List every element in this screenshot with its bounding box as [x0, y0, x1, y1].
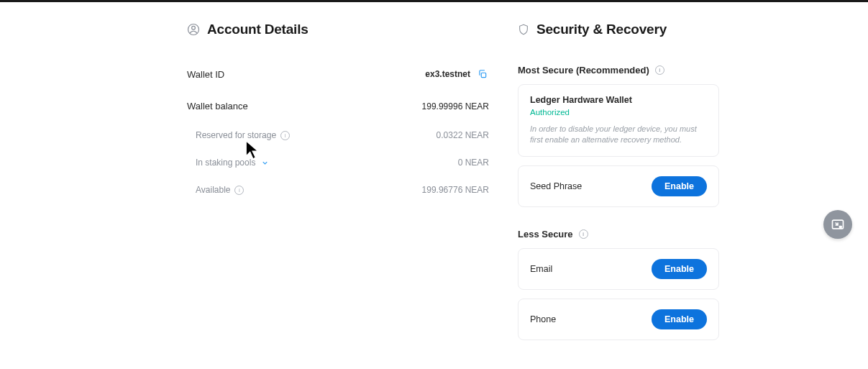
svg-rect-4 — [839, 226, 842, 228]
phone-label: Phone — [530, 314, 556, 324]
copy-wallet-id-button[interactable] — [476, 68, 489, 81]
info-icon[interactable]: i — [234, 186, 244, 195]
ledger-note: In order to disable your ledger device, … — [530, 124, 707, 146]
reserved-storage-label: Reserved for storage i — [196, 130, 290, 140]
enable-seed-phrase-button[interactable]: Enable — [652, 176, 707, 196]
seed-phrase-card: Seed Phrase Enable — [518, 165, 719, 207]
available-value: 199.96776 NEAR — [422, 185, 489, 195]
wallet-id-label: Wallet ID — [187, 69, 224, 80]
shield-icon — [518, 23, 529, 36]
wallet-id-text: ex3.testnet — [425, 69, 470, 79]
svg-rect-2 — [481, 73, 485, 77]
account-title: Account Details — [207, 22, 309, 37]
pip-icon — [831, 217, 845, 232]
info-icon[interactable]: i — [280, 131, 290, 140]
main-content: Account Details Wallet ID ex3.testnet Wa… — [0, 0, 868, 349]
wallet-balance-value: 199.99996 NEAR — [422, 101, 489, 111]
enable-phone-button[interactable]: Enable — [652, 309, 707, 329]
svg-point-1 — [192, 26, 196, 29]
ledger-card: Ledger Hardware Wallet Authorized In ord… — [518, 84, 719, 157]
staking-pools-value: 0 NEAR — [458, 158, 489, 168]
available-row: Available i 199.96776 NEAR — [187, 176, 489, 204]
email-label: Email — [530, 264, 552, 274]
wallet-balance-row: Wallet balance 199.99996 NEAR — [187, 91, 489, 122]
security-recovery-section: Security & Recovery Most Secure (Recomme… — [518, 22, 719, 349]
available-label: Available i — [196, 185, 244, 195]
floating-action-button[interactable] — [823, 210, 852, 239]
wallet-id-row: Wallet ID ex3.testnet — [187, 58, 489, 91]
chevron-down-icon — [261, 159, 269, 167]
account-section-header: Account Details — [187, 22, 489, 37]
most-secure-heading: Most Secure (Recommended) i — [518, 65, 719, 76]
ledger-status: Authorized — [530, 108, 707, 117]
staking-pools-row[interactable]: In staking pools 0 NEAR — [187, 149, 489, 176]
reserved-storage-value: 0.0322 NEAR — [437, 130, 489, 140]
copy-icon — [478, 69, 488, 79]
enable-email-button[interactable]: Enable — [652, 259, 707, 279]
email-card: Email Enable — [518, 248, 719, 290]
staking-pools-label: In staking pools — [196, 158, 269, 168]
security-title: Security & Recovery — [536, 22, 667, 37]
wallet-id-value-group: ex3.testnet — [425, 68, 489, 81]
window-top-border — [0, 0, 868, 2]
account-details-section: Account Details Wallet ID ex3.testnet Wa… — [187, 22, 489, 349]
ledger-title: Ledger Hardware Wallet — [530, 95, 707, 105]
info-icon[interactable]: i — [655, 65, 664, 75]
wallet-balance-label: Wallet balance — [187, 101, 248, 111]
user-circle-icon — [187, 23, 200, 36]
less-secure-heading: Less Secure i — [518, 229, 719, 240]
seed-phrase-label: Seed Phrase — [530, 181, 582, 191]
security-section-header: Security & Recovery — [518, 22, 719, 37]
reserved-storage-row: Reserved for storage i 0.0322 NEAR — [187, 122, 489, 149]
info-icon[interactable]: i — [579, 229, 588, 239]
phone-card: Phone Enable — [518, 299, 719, 340]
